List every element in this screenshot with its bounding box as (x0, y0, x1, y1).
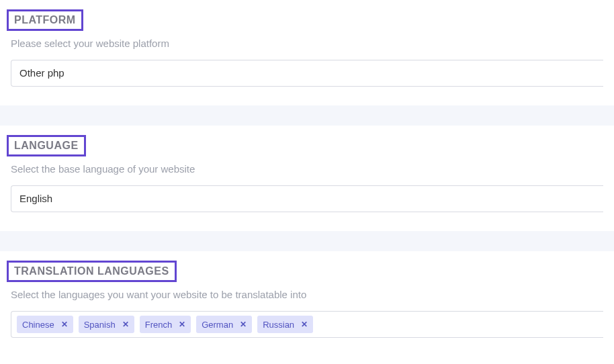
tag-remove-icon[interactable]: ✕ (122, 320, 129, 328)
tag-remove-icon[interactable]: ✕ (301, 320, 308, 328)
language-tag: Spanish✕ (79, 316, 134, 333)
language-section: LANGUAGE Select the base language of you… (0, 126, 614, 231)
language-tag: Russian✕ (257, 316, 313, 333)
language-title: LANGUAGE (7, 135, 86, 156)
translation-subtitle: Select the languages you want your websi… (11, 289, 603, 300)
tag-label: German (202, 320, 233, 330)
language-select[interactable]: English (11, 185, 603, 212)
platform-subtitle: Please select your website platform (11, 38, 603, 49)
section-divider (0, 231, 614, 251)
tag-remove-icon[interactable]: ✕ (179, 320, 185, 328)
tag-remove-icon[interactable]: ✕ (61, 320, 68, 328)
translation-section: TRANSLATION LANGUAGES Select the languag… (0, 251, 614, 347)
platform-section: PLATFORM Please select your website plat… (0, 0, 614, 105)
language-tag: Chinese✕ (17, 316, 73, 333)
tag-label: Russian (263, 320, 294, 330)
tag-remove-icon[interactable]: ✕ (240, 320, 247, 328)
language-tag: German✕ (196, 316, 252, 333)
tag-label: Chinese (22, 320, 54, 330)
translation-tag-input[interactable]: Chinese✕Spanish✕French✕German✕Russian✕ (11, 311, 603, 338)
translation-title: TRANSLATION LANGUAGES (7, 261, 177, 282)
language-tag: French✕ (140, 316, 191, 333)
platform-title: PLATFORM (7, 9, 83, 31)
language-selected-value: English (19, 193, 52, 204)
tag-label: French (145, 320, 172, 330)
language-subtitle: Select the base language of your website (11, 163, 603, 175)
tag-label: Spanish (84, 320, 116, 330)
platform-selected-value: Other php (19, 67, 64, 79)
section-divider (0, 105, 614, 126)
platform-select[interactable]: Other php (11, 60, 603, 87)
